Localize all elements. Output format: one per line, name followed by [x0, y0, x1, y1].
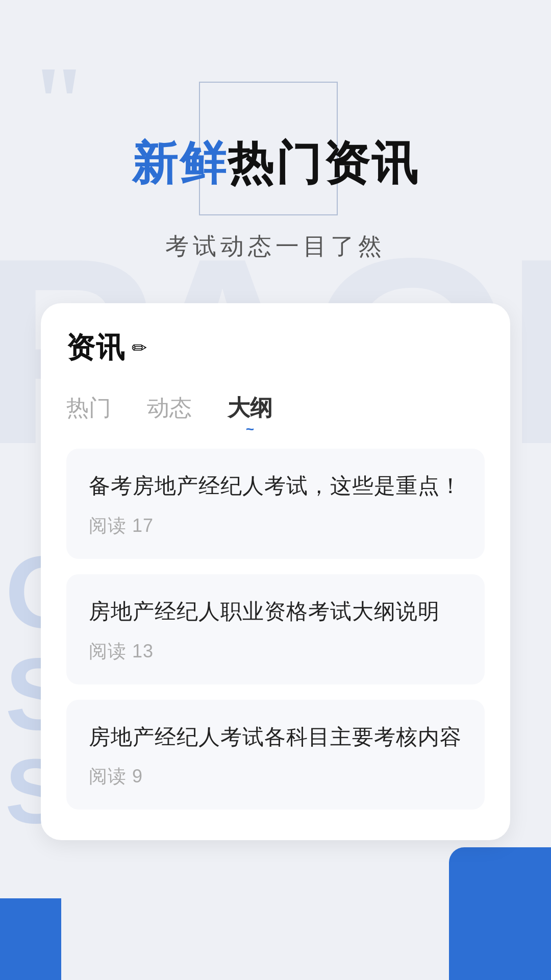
header-section: 新鲜热门资讯 考试动态一目了然	[0, 0, 551, 262]
news-item-2[interactable]: 房地产经纪人职业资格考试大纲说明 阅读 13	[66, 574, 485, 684]
card-header: 资讯 ✏	[66, 329, 485, 368]
main-title: 新鲜热门资讯	[132, 133, 419, 195]
tab-dynamic[interactable]: 动态	[147, 393, 192, 428]
news-meta-3: 阅读 9	[89, 764, 462, 789]
title-normal: 热门资讯	[228, 138, 419, 189]
news-title-1: 备考房地产经纪人考试，这些是重点！	[89, 471, 462, 501]
news-title-3: 房地产经纪人考试各科目主要考核内容	[89, 722, 462, 752]
subtitle: 考试动态一目了然	[0, 231, 551, 262]
content-card: 资讯 ✏ 热门 动态 大纲 备考房地产经纪人考试，这些是重点！ 阅读 17 房地…	[41, 303, 510, 840]
tab-hot[interactable]: 热门	[66, 393, 111, 428]
tabs-container: 热门 动态 大纲	[66, 393, 485, 428]
news-list: 备考房地产经纪人考试，这些是重点！ 阅读 17 房地产经纪人职业资格考试大纲说明…	[66, 449, 485, 810]
title-box: 新鲜热门资讯	[132, 133, 419, 195]
news-title-2: 房地产经纪人职业资格考试大纲说明	[89, 597, 462, 627]
news-item-1[interactable]: 备考房地产经纪人考试，这些是重点！ 阅读 17	[66, 449, 485, 559]
blue-rect-right	[449, 847, 551, 980]
news-item-3[interactable]: 房地产经纪人考试各科目主要考核内容 阅读 9	[66, 700, 485, 810]
news-meta-2: 阅读 13	[89, 639, 462, 664]
news-meta-1: 阅读 17	[89, 513, 462, 538]
blue-rect-left	[0, 898, 61, 980]
card-title: 资讯	[66, 329, 126, 368]
tab-outline[interactable]: 大纲	[228, 393, 272, 428]
title-highlight: 新鲜	[132, 138, 228, 189]
edit-icon: ✏	[132, 337, 147, 359]
